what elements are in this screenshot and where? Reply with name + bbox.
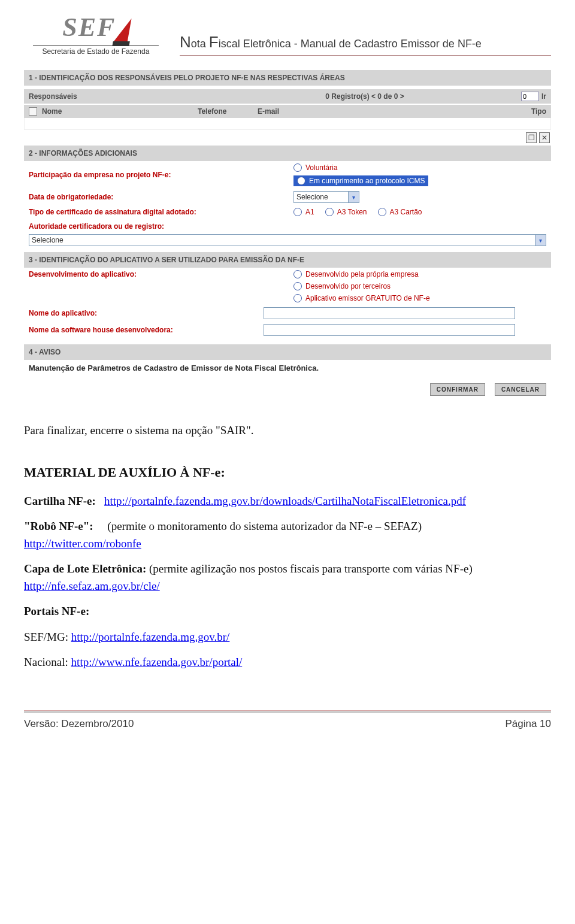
cartilha-label: Cartilha NF-e: xyxy=(24,495,96,507)
form-panel: 1 - IDENTIFICAÇÃO DOS RESPONSÁVEIS PELO … xyxy=(24,70,551,398)
radio-a3-cartao[interactable]: A3 Cartão xyxy=(378,208,422,216)
col-email: E-mail xyxy=(258,107,516,116)
autoridade-select[interactable]: Selecione ▾ xyxy=(29,234,546,246)
footer-pagina: Página 10 xyxy=(505,718,551,730)
sefmg-label: SEF/MG: xyxy=(24,631,68,643)
radio-a3-token[interactable]: A3 Token xyxy=(325,208,367,216)
section4-text: Manutenção de Parâmetros de Cadastro de … xyxy=(24,360,551,378)
table-empty-row xyxy=(24,118,551,130)
radio-icon xyxy=(293,282,302,290)
responsaveis-header: Responsáveis 0 Registro(s) < 0 de 0 > Ir xyxy=(24,89,551,104)
portais-label: Portais NF-e: xyxy=(24,603,551,620)
footer-versao: Versão: Dezembro/2010 xyxy=(24,718,134,730)
radio-icon xyxy=(325,208,334,216)
confirmar-button[interactable]: CONFIRMAR xyxy=(430,383,485,396)
nacional-link[interactable]: http://www.nfe.fazenda.gov.br/portal/ xyxy=(71,656,243,668)
nome-aplicativo-label: Nome do aplicativo: xyxy=(29,309,256,317)
radio-dev-terceiros-label: Desenvolvido por terceiros xyxy=(305,282,391,290)
radio-dev-propria-label: Desenvolvido pela própria empresa xyxy=(305,270,419,278)
ir-label[interactable]: Ir xyxy=(541,92,546,101)
cartilha-link[interactable]: http://portalnfe.fazenda.mg.gov.br/downl… xyxy=(104,495,466,507)
radio-dev-propria[interactable]: Desenvolvido pela própria empresa xyxy=(293,270,430,278)
col-tipo: Tipo xyxy=(516,107,546,116)
data-obrigatoriedade-select[interactable]: Selecione ▾ xyxy=(293,191,359,203)
delete-icon[interactable]: ✕ xyxy=(539,132,550,143)
copy-icon[interactable]: ❐ xyxy=(526,132,537,143)
table-columns-row: Nome Telefone E-mail Tipo xyxy=(24,105,551,118)
footer-divider xyxy=(24,711,551,713)
robo-link[interactable]: http://twitter.com/robonfe xyxy=(24,537,141,550)
radio-a3-cartao-label: A3 Cartão xyxy=(390,208,422,216)
radio-voluntaria[interactable]: Voluntária xyxy=(293,163,428,172)
autoridade-label: Autoridade certificadora ou de registro: xyxy=(29,222,551,231)
radio-icon xyxy=(378,208,386,216)
doc-header: SEF Secretaria de Estado de Fazenda Nota… xyxy=(24,0,551,56)
robo-label: "Robô NF-e": xyxy=(24,520,93,532)
radio-icon xyxy=(293,270,302,278)
capa-link[interactable]: http://nfe.sefaz.am.gov.br/cle/ xyxy=(24,580,160,592)
section3-title: 3 - IDENTIFICAÇÃO DO APLICATIVO A SER UT… xyxy=(24,252,551,268)
capa-text: (permite agilização nos postos fiscais p… xyxy=(149,562,473,575)
radio-voluntaria-label: Voluntária xyxy=(305,163,337,172)
section2-title: 2 - INFORMAÇÕES ADICIONAIS xyxy=(24,146,551,161)
radio-icon xyxy=(293,294,302,302)
nacional-label: Nacional: xyxy=(24,656,68,668)
radio-icon xyxy=(293,163,302,172)
desenvolvimento-label: Desenvolvimento do aplicativo: xyxy=(29,270,286,278)
select-value: Selecione xyxy=(296,193,328,201)
nome-software-house-label: Nome da software house desenvolvedora: xyxy=(29,326,256,334)
responsaveis-label: Responsáveis xyxy=(29,92,208,101)
capa-label: Capa de Lote Eletrônica: xyxy=(24,562,146,575)
radio-dev-gratuito[interactable]: Aplicativo emissor GRATUITO de NF-e xyxy=(293,294,430,302)
chevron-down-icon: ▾ xyxy=(535,235,546,246)
radio-dev-terceiros[interactable]: Desenvolvido por terceiros xyxy=(293,282,430,290)
section4-title: 4 - AVISO xyxy=(24,344,551,360)
robo-text: (permite o monitoramento do sistema auto… xyxy=(107,520,422,532)
sefmg-link[interactable]: http://portalnfe.fazenda.mg.gov.br/ xyxy=(71,631,230,643)
radio-dev-gratuito-label: Aplicativo emissor GRATUITO de NF-e xyxy=(305,294,430,302)
doc-title: Nota Fiscal Eletrônica - Manual de Cadas… xyxy=(180,33,551,56)
nome-software-house-input[interactable] xyxy=(264,324,515,336)
material-auxilio-title: MATERIAL DE AUXÍLIO À NF-e: xyxy=(24,462,551,482)
radio-icon xyxy=(297,177,305,185)
col-telefone: Telefone xyxy=(198,107,258,116)
registros-count: 0 Registro(s) < 0 de 0 > xyxy=(208,92,521,101)
chevron-down-icon: ▾ xyxy=(348,192,359,202)
cancelar-button[interactable]: CANCELAR xyxy=(495,383,546,396)
radio-a1-label: A1 xyxy=(305,208,314,216)
select-value: Selecione xyxy=(32,236,63,244)
tipo-certificado-label: Tipo de certificado de assinatura digita… xyxy=(29,208,286,216)
page-input[interactable] xyxy=(521,92,539,101)
radio-a1[interactable]: A1 xyxy=(293,208,314,216)
radio-a3-token-label: A3 Token xyxy=(337,208,367,216)
logo-text: SEF xyxy=(62,12,116,43)
section1-title: 1 - IDENTIFICAÇÃO DOS RESPONSÁVEIS PELO … xyxy=(24,70,551,86)
radio-protocolo-label: Em cumprimento ao protocolo ICMS xyxy=(309,177,425,185)
logo-subtitle: Secretaria de Estado de Fazenda xyxy=(24,47,168,56)
col-nome: Nome xyxy=(42,107,198,116)
finalizar-text: Para finalizar, encerre o sistema na opç… xyxy=(24,422,551,440)
logo-block: SEF Secretaria de Estado de Fazenda xyxy=(24,12,168,56)
radio-icon xyxy=(293,208,302,216)
select-all-checkbox[interactable] xyxy=(29,107,37,116)
logo-divider xyxy=(33,45,159,46)
data-obrigatoriedade-label: Data de obrigatoriedade: xyxy=(29,193,286,201)
radio-protocolo-icms[interactable]: Em cumprimento ao protocolo ICMS xyxy=(293,175,428,186)
nome-aplicativo-input[interactable] xyxy=(264,307,515,319)
participacao-label: Participação da empresa no projeto NF-e: xyxy=(29,171,286,179)
